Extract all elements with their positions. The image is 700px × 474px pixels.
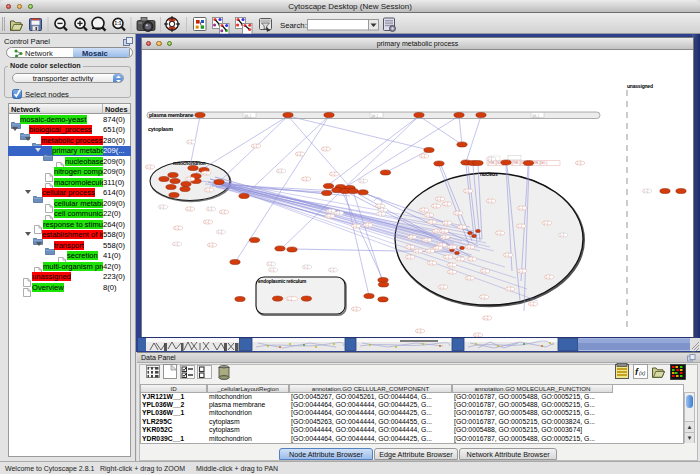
svg-text:[....]: [....] bbox=[444, 221, 449, 225]
svg-text:endoplasmic reticulum: endoplasmic reticulum bbox=[258, 279, 306, 284]
svg-text:[....]: [....] bbox=[429, 220, 434, 224]
svg-text:[....]: [....] bbox=[644, 189, 649, 193]
svg-text:[pl..]: [pl..] bbox=[533, 114, 539, 118]
svg-text:[....]: [....] bbox=[449, 270, 454, 274]
svg-text:1:1: 1:1 bbox=[115, 21, 122, 26]
svg-text:[....]: [....] bbox=[442, 235, 447, 239]
svg-text:(x): (x) bbox=[639, 370, 646, 376]
svg-text:[....]: [....] bbox=[360, 179, 365, 183]
svg-text:[YKR..][GO..]: [YKR..][GO..] bbox=[532, 161, 547, 165]
svg-text:[....]: [....] bbox=[441, 229, 446, 233]
svg-text:[....]: [....] bbox=[546, 275, 551, 279]
svg-text:[....]: [....] bbox=[435, 246, 440, 250]
svg-text:[....]: [....] bbox=[427, 249, 432, 253]
svg-text:[....]: [....] bbox=[365, 223, 370, 227]
svg-text:plasma membrane: plasma membrane bbox=[149, 112, 194, 118]
svg-text:[....]: [....] bbox=[208, 207, 213, 211]
svg-text:[....]: [....] bbox=[426, 213, 431, 217]
svg-text:[....]: [....] bbox=[187, 177, 192, 181]
svg-text:[....]: [....] bbox=[449, 263, 454, 267]
svg-text:[....]: [....] bbox=[488, 157, 493, 161]
svg-text:[....]: [....] bbox=[507, 287, 512, 291]
svg-text:[....]: [....] bbox=[160, 205, 165, 209]
svg-text:[....]: [....] bbox=[377, 204, 382, 208]
svg-text:[....]: [....] bbox=[530, 302, 535, 306]
svg-text:[....]: [....] bbox=[209, 243, 214, 247]
svg-text:[....]: [....] bbox=[519, 206, 524, 210]
svg-text:[....]: [....] bbox=[188, 140, 193, 144]
svg-text:[....]: [....] bbox=[353, 224, 358, 228]
svg-text:[....]: [....] bbox=[560, 233, 565, 237]
svg-text:[....]: [....] bbox=[270, 268, 275, 272]
svg-text:[....]: [....] bbox=[455, 211, 460, 215]
svg-text:[....]: [....] bbox=[445, 255, 450, 259]
svg-text:[....]: [....] bbox=[421, 208, 426, 212]
svg-text:[....]: [....] bbox=[482, 269, 487, 273]
svg-text:[....]: [....] bbox=[467, 276, 472, 280]
svg-text:[pl..]: [pl..] bbox=[245, 114, 251, 118]
svg-text:[....]: [....] bbox=[327, 214, 332, 218]
svg-text:[....]: [....] bbox=[330, 268, 335, 272]
svg-text:[....]: [....] bbox=[488, 199, 493, 203]
svg-text:[....]: [....] bbox=[218, 230, 223, 234]
svg-text:[....]: [....] bbox=[221, 210, 226, 214]
svg-text:[pl..]: [pl..] bbox=[372, 114, 378, 118]
svg-text:[....]: [....] bbox=[444, 202, 449, 206]
svg-text:[....]: [....] bbox=[465, 189, 470, 193]
svg-text:unassigned: unassigned bbox=[627, 83, 653, 89]
svg-text:[....]: [....] bbox=[288, 297, 293, 301]
svg-text:[....]: [....] bbox=[407, 245, 412, 249]
svg-text:[....]: [....] bbox=[518, 224, 523, 228]
svg-text:mitochondrion: mitochondrion bbox=[173, 160, 206, 166]
svg-text:[....]: [....] bbox=[336, 211, 341, 215]
svg-text:[....]: [....] bbox=[304, 265, 309, 269]
svg-text:[....]: [....] bbox=[328, 209, 333, 213]
svg-text:[....]: [....] bbox=[187, 207, 192, 211]
svg-text:[....]: [....] bbox=[484, 316, 489, 320]
svg-text:[....]: [....] bbox=[409, 235, 414, 239]
svg-text:[....]: [....] bbox=[303, 177, 308, 181]
svg-text:[....]: [....] bbox=[505, 253, 510, 257]
svg-text:[....]: [....] bbox=[434, 229, 439, 233]
svg-text:[....]: [....] bbox=[457, 257, 462, 261]
svg-text:[....]: [....] bbox=[378, 212, 383, 216]
svg-text:[....]: [....] bbox=[415, 249, 420, 253]
svg-text:[....]: [....] bbox=[467, 245, 472, 249]
svg-text:[....]: [....] bbox=[481, 295, 486, 299]
svg-text:[....]: [....] bbox=[205, 220, 210, 224]
svg-text:[....]: [....] bbox=[519, 269, 524, 273]
svg-text:[....]: [....] bbox=[449, 245, 454, 249]
svg-text:[....]: [....] bbox=[429, 261, 434, 265]
svg-text:[....]: [....] bbox=[459, 225, 464, 229]
svg-text:[....]: [....] bbox=[497, 231, 502, 235]
svg-text:[....]: [....] bbox=[433, 204, 438, 208]
svg-text:[....]: [....] bbox=[544, 221, 549, 225]
svg-text:[....]: [....] bbox=[323, 147, 328, 151]
svg-text:[....]: [....] bbox=[174, 242, 179, 246]
svg-text:[....]: [....] bbox=[253, 144, 258, 148]
svg-text:[....]: [....] bbox=[440, 285, 445, 289]
svg-text:[....]: [....] bbox=[268, 262, 273, 266]
svg-text:cytoplasm: cytoplasm bbox=[148, 126, 173, 132]
svg-text:[....]: [....] bbox=[380, 208, 385, 212]
svg-text:[....]: [....] bbox=[475, 333, 480, 337]
svg-text:[....]: [....] bbox=[469, 257, 474, 261]
svg-text:[....]: [....] bbox=[407, 255, 412, 259]
svg-text:[....]: [....] bbox=[437, 197, 442, 201]
svg-text:[....]: [....] bbox=[331, 172, 336, 176]
svg-text:[....]: [....] bbox=[175, 226, 180, 230]
svg-text:[....]: [....] bbox=[417, 329, 422, 333]
svg-text:[....]: [....] bbox=[421, 154, 426, 158]
svg-text:nucleus: nucleus bbox=[480, 171, 498, 177]
svg-text:[....]: [....] bbox=[278, 169, 283, 173]
svg-text:[....]: [....] bbox=[424, 238, 429, 242]
svg-text:[....]: [....] bbox=[147, 165, 152, 169]
svg-text:[....]: [....] bbox=[577, 161, 582, 165]
svg-text:[....]: [....] bbox=[297, 152, 302, 156]
svg-text:Search:: Search: bbox=[280, 21, 307, 30]
svg-text:[....]: [....] bbox=[206, 188, 211, 192]
svg-text:[....]: [....] bbox=[203, 171, 208, 175]
svg-text:[....]: [....] bbox=[353, 307, 358, 311]
